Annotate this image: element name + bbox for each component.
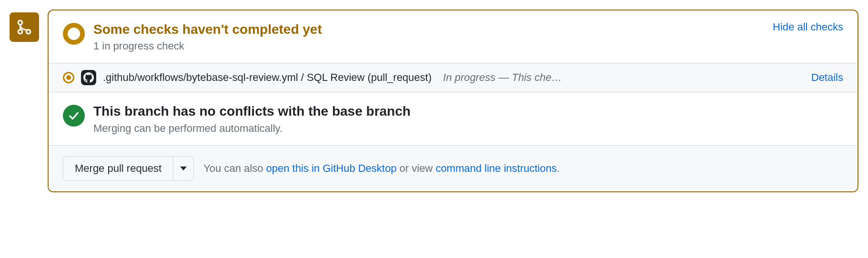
svg-point-0 [18,20,22,25]
check-pending-icon [63,72,74,83]
checks-list: .github/workflows/bytebase-sql-review.ym… [49,63,858,92]
checks-summary-section: Some checks haven't completed yet Hide a… [49,10,858,63]
check-name: .github/workflows/bytebase-sql-review.ym… [103,71,432,84]
checkmark-icon [68,109,80,122]
git-merge-icon [16,19,32,35]
check-status-text: In progress — This che… [443,71,805,84]
conflicts-section: This branch has no conflicts with the ba… [49,92,858,145]
success-status-icon [63,105,85,127]
hint-mid: or view [396,162,435,174]
timeline-badge [10,12,39,42]
check-details-link[interactable]: Details [811,71,843,84]
merge-box: Some checks haven't completed yet Hide a… [48,10,858,192]
toggle-checks-link[interactable]: Hide all checks [773,21,843,33]
merge-button-group: Merge pull request [63,156,194,181]
command-line-instructions-link[interactable]: command line instructions [435,162,556,174]
conflicts-title: This branch has no conflicts with the ba… [93,103,843,120]
merge-options-dropdown-button[interactable] [173,156,194,181]
open-github-desktop-link[interactable]: open this in GitHub Desktop [266,162,397,174]
hint-suffix: . [557,162,560,174]
svg-point-1 [18,30,22,34]
github-avatar-icon [81,70,96,85]
merge-pull-request-button[interactable]: Merge pull request [63,156,173,181]
merge-action-section: Merge pull request You can also open thi… [49,145,858,191]
merge-status-panel: Some checks haven't completed yet Hide a… [10,10,858,192]
conflicts-subtitle: Merging can be performed automatically. [93,122,843,135]
merge-hint-text: You can also open this in GitHub Desktop… [203,162,560,175]
caret-down-icon [180,166,187,171]
svg-point-2 [26,30,30,34]
check-row: .github/workflows/bytebase-sql-review.ym… [49,63,858,92]
pending-status-icon [63,23,85,45]
checks-summary-subtitle: 1 in progress check [93,40,843,52]
checks-summary-title: Some checks haven't completed yet [93,21,322,38]
hint-prefix: You can also [203,162,266,174]
